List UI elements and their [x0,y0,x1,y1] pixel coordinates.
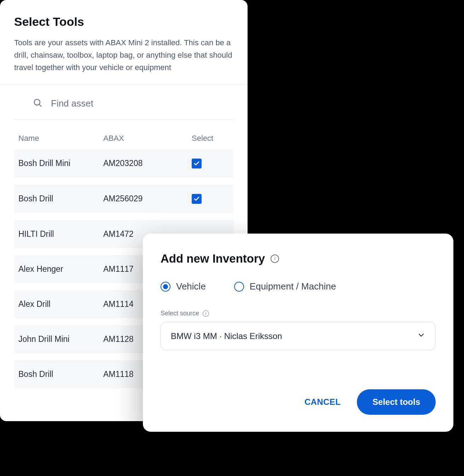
col-header-select: Select [192,134,227,143]
col-header-abax: ABAX [103,134,192,143]
checkbox-checked-icon[interactable] [192,159,202,168]
add-inventory-panel: Add new Inventory i Vehicle Equipment / … [143,234,453,432]
radio-vehicle[interactable]: Vehicle [161,281,206,292]
source-select[interactable]: BMW i3 MM · Niclas Eriksson [161,322,436,350]
info-icon[interactable]: i [203,310,209,317]
search-input[interactable] [50,98,215,109]
table-header: Name ABAX Select [0,120,248,149]
cancel-button[interactable]: CANCEL [302,397,343,407]
search-icon [33,98,42,109]
inventory-type-radio-group: Vehicle Equipment / Machine [161,281,436,292]
asset-name: John Drill Mini [18,334,103,344]
asset-name: Alex Drill [18,299,103,309]
asset-select-cell [192,159,227,168]
info-icon[interactable]: i [271,254,279,263]
chevron-down-icon [417,331,425,342]
asset-abax-id: AM256029 [103,194,192,203]
checkbox-checked-icon[interactable] [192,194,202,204]
select-tools-header: Select Tools Tools are your assets with … [0,0,248,85]
table-row[interactable]: Bosh DrillAM256029 [14,185,233,213]
search-row[interactable] [14,85,233,120]
table-row[interactable]: Bosh Drill MiniAM203208 [14,149,233,178]
select-tools-description: Tools are your assets with ABAX Mini 2 i… [14,36,233,74]
radio-icon [161,282,170,292]
col-header-name: Name [18,134,103,143]
asset-abax-id: AM203208 [103,159,192,168]
asset-name: Alex Henger [18,264,103,274]
source-select-value: BMW i3 MM · Niclas Eriksson [171,331,282,341]
asset-name: HILTI Drill [18,229,103,239]
asset-name: Bosh Drill Mini [18,159,103,168]
select-tools-title: Select Tools [14,15,233,29]
asset-name: Bosh Drill [18,369,103,379]
add-inventory-title: Add new Inventory [161,252,265,265]
dialog-actions: CANCEL Select tools [161,389,436,415]
radio-equipment[interactable]: Equipment / Machine [234,281,336,292]
radio-icon [234,282,244,292]
asset-name: Bosh Drill [18,194,103,203]
radio-vehicle-label: Vehicle [176,281,206,292]
svg-line-1 [39,104,41,106]
select-tools-button[interactable]: Select tools [357,389,436,415]
asset-select-cell [192,194,227,204]
radio-equipment-label: Equipment / Machine [250,281,336,292]
select-source-label: Select source [161,310,199,317]
